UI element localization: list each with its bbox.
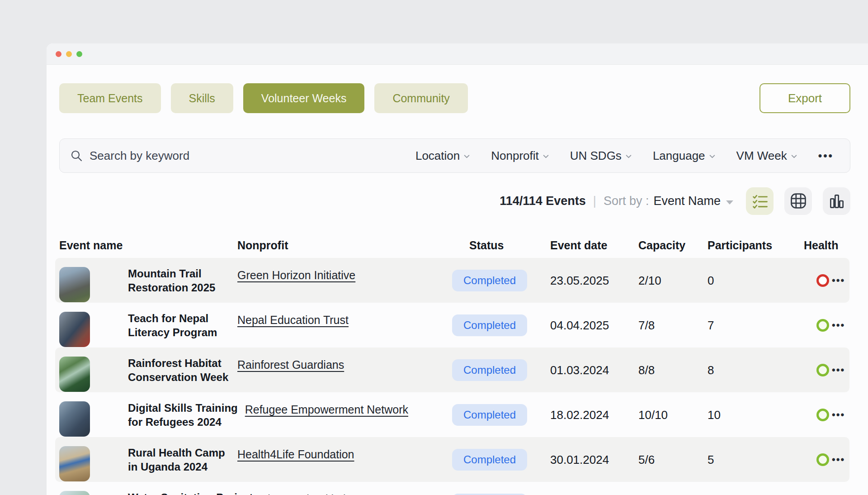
chart-view-button[interactable] <box>823 187 850 215</box>
capacity: 2/10 <box>638 273 661 287</box>
status-badge: Completed <box>452 270 527 291</box>
filter-language-label: Language <box>653 149 705 163</box>
tab-skills[interactable]: Skills <box>171 83 233 113</box>
event-name-line1: Digital Skills Training <box>128 401 238 415</box>
sort-caret-icon[interactable] <box>726 200 733 205</box>
status-badge: Completed <box>452 449 527 471</box>
row-menu-button[interactable]: ••• <box>832 319 845 331</box>
event-name-line2: Conservation Week <box>128 370 230 384</box>
results-toolbar: 114/114 Events | Sort by : Event Name <box>59 187 850 215</box>
event-name-line1: Rural Health Camp <box>128 446 230 460</box>
view-toggles <box>746 187 850 215</box>
header-nonprofit: Nonprofit <box>237 239 288 252</box>
event-date: 23.05.2025 <box>550 273 609 287</box>
filter-location-label: Location <box>415 149 460 163</box>
event-date: 30.01.2024 <box>550 452 609 466</box>
more-filters-icon[interactable]: ••• <box>818 149 834 162</box>
minimize-window-icon[interactable] <box>66 51 72 57</box>
list-view-button[interactable] <box>746 187 774 215</box>
filter-vm-week-label: VM Week <box>736 149 787 163</box>
filter-vm-week[interactable]: VM Week <box>736 149 797 163</box>
header-capacity: Capacity <box>638 239 685 252</box>
toolbar-divider: | <box>593 194 596 208</box>
table-header: Event name Nonprofit Status Event date C… <box>59 235 850 256</box>
event-thumbnail <box>59 267 90 302</box>
event-name: Mountain Trail Restoration 2025 <box>128 267 230 295</box>
nonprofit-link[interactable]: Blue Earth Initiative <box>260 492 358 495</box>
event-thumbnail <box>59 491 90 495</box>
header-event-name: Event name <box>59 239 123 252</box>
filter-language[interactable]: Language <box>653 149 716 163</box>
participants: 7 <box>708 318 714 332</box>
nonprofit-link[interactable]: Nepal Education Trust <box>237 313 349 327</box>
sort-by-value[interactable]: Event Name <box>653 194 721 208</box>
chevron-down-icon <box>542 153 549 160</box>
status-badge: Completed <box>452 314 527 336</box>
tabs-row: Team Events Skills Volunteer Weeks Commu… <box>59 83 850 113</box>
table-row[interactable]: Rainforest Habitat Conservation Week Rai… <box>55 347 849 392</box>
tab-community[interactable]: Community <box>374 83 467 113</box>
filter-nonprofit-label: Nonprofit <box>491 149 539 163</box>
health-indicator <box>816 453 829 466</box>
nonprofit-link[interactable]: Health4Life Foundation <box>237 447 354 462</box>
nonprofit-link[interactable]: Green Horizon Initiative <box>237 268 355 282</box>
participants: 5 <box>708 452 714 466</box>
table-row[interactable]: Water Sanitation Project Blue Earth Init… <box>55 482 849 495</box>
event-thumbnail <box>59 312 90 347</box>
results-count: 114/114 Events <box>500 194 586 208</box>
chevron-down-icon <box>791 153 797 160</box>
header-status: Status <box>469 239 504 252</box>
nonprofit-link[interactable]: Refugee Empowerment Network <box>245 403 408 417</box>
status-badge: Completed <box>452 404 527 426</box>
events-table: Mountain Trail Restoration 2025 Green Ho… <box>55 258 849 495</box>
search-input[interactable] <box>90 149 325 163</box>
grid-view-button[interactable] <box>784 187 812 215</box>
export-button[interactable]: Export <box>760 83 850 113</box>
event-name-line2: in Uganda 2024 <box>128 460 230 474</box>
status-badge: Completed <box>452 494 527 495</box>
health-indicator <box>816 274 829 287</box>
filter-nonprofit[interactable]: Nonprofit <box>491 149 549 163</box>
table-row[interactable]: Digital Skills Training for Refugees 202… <box>55 392 849 437</box>
event-date: 18.02.2024 <box>550 408 609 422</box>
participants: 10 <box>708 408 721 422</box>
table-row[interactable]: Teach for Nepal Literacy Program Nepal E… <box>55 303 849 347</box>
capacity: 7/8 <box>638 318 655 332</box>
event-name-line1: Mountain Trail <box>128 267 230 281</box>
health-indicator <box>816 319 829 332</box>
table-row[interactable]: Rural Health Camp in Uganda 2024 Health4… <box>55 437 849 482</box>
maximize-window-icon[interactable] <box>76 51 82 57</box>
health-indicator <box>816 364 829 376</box>
search-bar: Location Nonprofit UN SDGs Language VM W… <box>59 138 850 173</box>
row-menu-button[interactable]: ••• <box>832 454 845 466</box>
tab-team-events[interactable]: Team Events <box>59 83 161 113</box>
search-icon <box>71 150 82 162</box>
filter-un-sdgs[interactable]: UN SDGs <box>570 149 632 163</box>
participants: 0 <box>708 273 714 287</box>
header-event-date: Event date <box>550 239 607 252</box>
tab-volunteer-weeks[interactable]: Volunteer Weeks <box>243 83 365 113</box>
event-date: 04.04.2025 <box>550 318 609 332</box>
chevron-down-icon <box>463 153 470 160</box>
event-name: Rainforest Habitat Conservation Week <box>128 356 230 384</box>
event-name: Digital Skills Training for Refugees 202… <box>128 401 238 429</box>
row-menu-button[interactable]: ••• <box>832 275 845 286</box>
event-name-line1: Teach for Nepal <box>128 311 230 325</box>
filter-location[interactable]: Location <box>415 149 470 163</box>
health-indicator <box>816 409 829 421</box>
nonprofit-link[interactable]: Rainforest Guardians <box>237 358 344 372</box>
row-menu-button[interactable]: ••• <box>832 409 845 421</box>
table-row[interactable]: Mountain Trail Restoration 2025 Green Ho… <box>55 258 849 303</box>
event-name-line2: Literacy Program <box>128 325 230 339</box>
event-name-line1: Rainforest Habitat <box>128 356 230 370</box>
event-thumbnail <box>59 357 90 392</box>
traffic-lights <box>56 51 82 57</box>
close-window-icon[interactable] <box>56 51 61 57</box>
row-menu-button[interactable]: ••• <box>832 364 845 376</box>
app-window: Team Events Skills Volunteer Weeks Commu… <box>47 43 868 495</box>
event-name-line2: for Refugees 2024 <box>128 415 238 429</box>
sort-by-label: Sort by : <box>604 194 649 208</box>
event-name: Rural Health Camp in Uganda 2024 <box>128 446 230 474</box>
chevron-down-icon <box>709 153 716 160</box>
event-name-line2: Restoration 2025 <box>128 281 230 295</box>
